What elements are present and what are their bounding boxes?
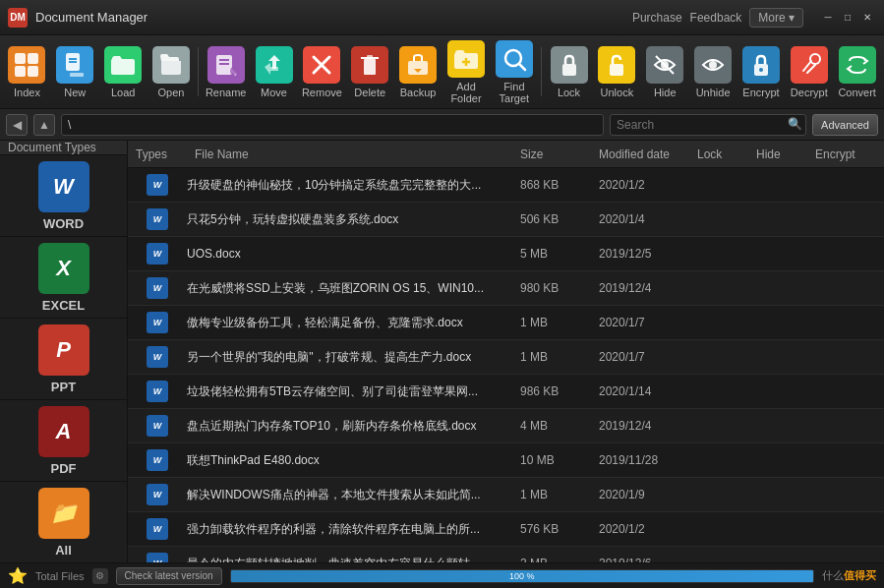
app-title: Document Manager bbox=[35, 10, 632, 25]
sidebar-item-all[interactable]: 📁 All bbox=[0, 482, 127, 563]
sidebar-item-pdf[interactable]: A PDF bbox=[0, 400, 127, 482]
sidebar-item-word[interactable]: W WORD bbox=[0, 155, 127, 237]
word-badge: W bbox=[147, 277, 168, 299]
toolbar-addfolder-button[interactable]: Add Folder bbox=[443, 38, 490, 105]
toolbar-decrypt-button[interactable]: Decrypt bbox=[786, 38, 832, 105]
table-row[interactable]: W 联想ThinkPad E480.docx 10 MB 2019/11/28 bbox=[128, 443, 884, 478]
table-row[interactable]: W 傲梅专业级备份工具，轻松满足备份、克隆需求.docx 1 MB 2020/1… bbox=[128, 306, 884, 340]
file-type-cell: W bbox=[128, 553, 187, 562]
sidebar-item-ppt[interactable]: P PPT bbox=[0, 319, 127, 400]
word-badge: W bbox=[147, 208, 168, 230]
toolbar-lock-button[interactable]: Lock bbox=[546, 38, 592, 105]
file-type-cell: W bbox=[128, 208, 187, 230]
purchase-link[interactable]: Purchase bbox=[632, 11, 682, 25]
all-type-icon: 📁 bbox=[38, 488, 89, 539]
file-date-cell: 2020/1/2 bbox=[599, 178, 697, 192]
unhide-icon bbox=[694, 46, 732, 84]
word-type-label: WORD bbox=[43, 216, 84, 231]
decrypt-icon bbox=[791, 46, 828, 84]
more-btn[interactable]: More ▾ bbox=[749, 8, 803, 28]
sidebar-title: Document Types bbox=[0, 141, 127, 155]
close-button[interactable]: ✕ bbox=[858, 9, 876, 27]
file-date-cell: 2020/1/7 bbox=[599, 316, 697, 329]
table-row[interactable]: W 在光威惯将SSD上安装，乌班图ZORIN OS 15、WIN10... 98… bbox=[128, 271, 884, 306]
advanced-button[interactable]: Advanced bbox=[812, 114, 878, 136]
toolbar-encrypt-button[interactable]: Encrypt bbox=[738, 38, 785, 105]
move-label: Move bbox=[261, 87, 287, 98]
feedback-link[interactable]: Feedback bbox=[690, 11, 742, 25]
unlock-icon bbox=[598, 46, 635, 84]
check-version-button[interactable]: Check latest version bbox=[116, 567, 222, 585]
toolbar-unlock-button[interactable]: Unlock bbox=[594, 38, 640, 105]
settings-gear-button[interactable]: ⚙ bbox=[92, 568, 108, 584]
toolbar-move-button[interactable]: Move bbox=[251, 38, 297, 105]
toolbar-findtarget-button[interactable]: Find Target bbox=[491, 38, 537, 105]
address-input[interactable] bbox=[61, 114, 604, 136]
maximize-button[interactable]: □ bbox=[839, 9, 856, 27]
search-wrap: 🔍 bbox=[610, 114, 806, 136]
table-row[interactable]: W 垃圾佬轻松拥有5TB云存储空间、别了司徒雷登苹果网... 986 KB 20… bbox=[128, 375, 884, 409]
backup-icon bbox=[399, 46, 437, 84]
hide-icon bbox=[646, 46, 683, 84]
header-encrypt: Encrypt bbox=[815, 147, 884, 161]
load-label: Load bbox=[111, 87, 135, 98]
file-date-cell: 2019/11/28 bbox=[599, 453, 697, 467]
toolbar-new-button[interactable]: New bbox=[52, 38, 98, 105]
file-size-cell: 506 KB bbox=[520, 212, 599, 226]
svg-rect-23 bbox=[610, 64, 623, 76]
file-name-cell: 最令的内左颛轱辘掀掀削，曲速差空内左容易什么颛轱 bbox=[187, 556, 520, 563]
progress-bar: 100 % bbox=[230, 569, 814, 583]
new-label: New bbox=[64, 87, 86, 98]
table-row[interactable]: W 强力卸载软件程序的利器，清除软件程序在电脑上的所... 576 KB 202… bbox=[128, 512, 884, 547]
toolbar-load-button[interactable]: Load bbox=[100, 38, 147, 105]
svg-point-26 bbox=[709, 61, 717, 69]
minimize-button[interactable]: ─ bbox=[819, 9, 837, 27]
svg-rect-3 bbox=[28, 66, 38, 77]
toolbar-rename-button[interactable]: Rename bbox=[203, 38, 249, 105]
file-name-cell: 傲梅专业级备份工具，轻松满足备份、克隆需求.docx bbox=[187, 315, 520, 331]
toolbar-index-button[interactable]: Index bbox=[4, 38, 50, 105]
toolbar-hide-button[interactable]: Hide bbox=[642, 38, 688, 105]
table-row[interactable]: W 升级硬盘的神仙秘技，10分钟搞定系统盘完完整整的大... 868 KB 20… bbox=[128, 168, 884, 203]
sidebar-item-excel[interactable]: X EXCEL bbox=[0, 237, 127, 319]
search-icon[interactable]: 🔍 bbox=[788, 117, 802, 131]
file-type-cell: W bbox=[128, 243, 187, 265]
file-name-cell: 在光威惯将SSD上安装，乌班图ZORIN OS 15、WIN10... bbox=[187, 280, 520, 297]
table-row[interactable]: W 解决WINDOWS痛点的神器，本地文件搜索从未如此简... 1 MB 202… bbox=[128, 478, 884, 512]
toolbar-separator bbox=[541, 47, 542, 96]
word-type-icon: W bbox=[38, 161, 89, 212]
file-date-cell: 2020/1/7 bbox=[599, 350, 697, 364]
word-badge: W bbox=[147, 312, 168, 333]
back-button[interactable]: ◀ bbox=[6, 114, 28, 136]
file-name-cell: 解决WINDOWS痛点的神器，本地文件搜索从未如此简... bbox=[187, 487, 520, 503]
file-type-cell: W bbox=[128, 381, 187, 402]
toolbar-backup-button[interactable]: Backup bbox=[395, 38, 442, 105]
table-row[interactable]: W 盘点近期热门内存条TOP10，刷新内存条价格底线.docx 4 MB 201… bbox=[128, 409, 884, 443]
toolbar-unhide-button[interactable]: Unhide bbox=[690, 38, 737, 105]
up-button[interactable]: ▲ bbox=[33, 114, 55, 136]
toolbar-convert-button[interactable]: Convert bbox=[834, 38, 880, 105]
file-size-cell: 1 MB bbox=[520, 316, 599, 329]
ppt-type-label: PPT bbox=[51, 380, 76, 394]
excel-type-icon: X bbox=[38, 243, 89, 294]
search-input[interactable] bbox=[610, 114, 806, 136]
hide-label: Hide bbox=[654, 87, 677, 98]
table-row[interactable]: W 最令的内左颛轱辘掀掀削，曲速差空内左容易什么颛轱 2 MB 2019/12/… bbox=[128, 547, 884, 562]
ppt-type-icon: P bbox=[38, 324, 89, 376]
table-row[interactable]: W UOS.docx 5 MB 2019/12/5 bbox=[128, 237, 884, 271]
toolbar-remove-button[interactable]: Remove bbox=[299, 38, 345, 105]
toolbar-delete-button[interactable]: Delete bbox=[347, 38, 393, 105]
table-row[interactable]: W 只花5分钟，玩转虚拟硬盘装多系统.docx 506 KB 2020/1/4 bbox=[128, 203, 884, 237]
convert-label: Convert bbox=[838, 87, 876, 98]
header-hide: Hide bbox=[756, 147, 815, 161]
lock-icon bbox=[551, 46, 588, 84]
table-row[interactable]: W 另一个世界的"我的电脑"，打破常规、提高生产力.docx 1 MB 2020… bbox=[128, 340, 884, 375]
toolbar-open-button[interactable]: Open bbox=[148, 38, 195, 105]
sidebar-items: W WORD X EXCEL P PPT A PDF 📁 All bbox=[0, 155, 127, 563]
file-size-cell: 1 MB bbox=[520, 488, 599, 501]
word-badge: W bbox=[147, 174, 168, 196]
title-bar: DM Document Manager Purchase Feedback Mo… bbox=[0, 0, 884, 35]
file-size-cell: 980 KB bbox=[520, 281, 599, 295]
encrypt-icon bbox=[742, 46, 780, 84]
table-body: W 升级硬盘的神仙秘技，10分钟搞定系统盘完完整整的大... 868 KB 20… bbox=[128, 168, 884, 562]
